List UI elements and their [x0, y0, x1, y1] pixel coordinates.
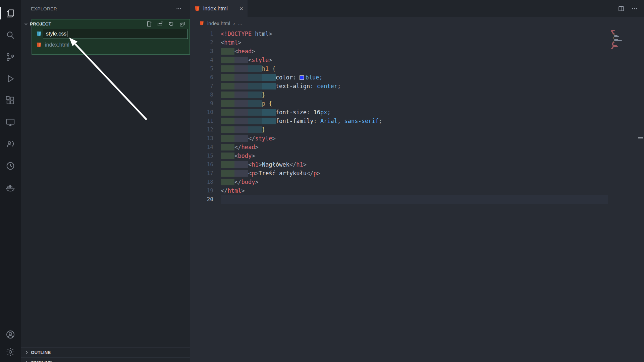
chevron-down-icon: [23, 21, 29, 26]
line-number: 16: [190, 160, 221, 169]
line-number: 6: [190, 73, 221, 82]
explorer-icon[interactable]: [0, 2, 21, 24]
activity-bar-bottom: [0, 326, 21, 361]
line-number: 3: [190, 47, 221, 56]
line-number: 15: [190, 152, 221, 160]
account-icon[interactable]: [0, 326, 21, 343]
text-caret: [67, 31, 67, 37]
code-line[interactable]: 3 <head>: [190, 47, 644, 56]
code-line[interactable]: 9 p {: [190, 99, 644, 108]
extensions-icon[interactable]: [0, 89, 21, 111]
code-line[interactable]: 4 <style>: [190, 56, 644, 64]
code-line[interactable]: 16 <h1>Nagłówek</h1>: [190, 160, 644, 169]
line-number: 11: [190, 117, 221, 125]
code-line[interactable]: 17 <p>Treść artykułu</p>: [190, 169, 644, 178]
timeline-label: TIMELINE: [31, 360, 52, 362]
line-number: 7: [190, 82, 221, 90]
docker-icon[interactable]: [0, 177, 21, 198]
source-control-icon[interactable]: [0, 46, 21, 68]
search-icon[interactable]: [0, 24, 21, 46]
code-line[interactable]: 6 color: blue;: [190, 73, 644, 82]
explorer-more-actions-icon[interactable]: [176, 6, 182, 12]
tab-label: index.html: [203, 6, 228, 12]
explorer-title: EXPLORER: [31, 6, 57, 11]
new-file-name-text: style.css: [46, 31, 66, 37]
code-line[interactable]: 14 </head>: [190, 143, 644, 152]
new-file-icon[interactable]: [146, 21, 152, 27]
settings-gear-icon[interactable]: [0, 343, 21, 361]
timeline-section[interactable]: TIMELINE: [21, 357, 190, 362]
new-folder-icon[interactable]: [157, 21, 163, 27]
code-line[interactable]: 5 h1 {: [190, 64, 644, 73]
outline-label: OUTLINE: [31, 350, 51, 355]
split-editor-icon[interactable]: [618, 5, 625, 12]
code-line[interactable]: 15 <body>: [190, 152, 644, 160]
html-file-icon: [36, 42, 42, 48]
code-line[interactable]: 2<html>: [190, 38, 644, 47]
line-number: 9: [190, 99, 221, 108]
code-line[interactable]: 11 font-family: Arial, sans-serif;: [190, 117, 644, 125]
tab-index-html[interactable]: index.html ×: [190, 0, 248, 17]
breadcrumb-ellipsis[interactable]: ...: [238, 20, 242, 26]
tab-bar: index.html ×: [190, 0, 644, 17]
line-number: 12: [190, 125, 221, 134]
chevron-right-icon: [24, 350, 29, 355]
new-file-name-input[interactable]: style.css: [43, 29, 188, 39]
chevron-right-icon: [24, 360, 29, 362]
line-number: 8: [190, 90, 221, 99]
line-number: 2: [190, 38, 221, 47]
remote-explorer-icon[interactable]: [0, 111, 21, 133]
new-file-row: style.css: [21, 29, 190, 39]
code-line[interactable]: 12 }: [190, 125, 644, 134]
line-number: 18: [190, 178, 221, 186]
breadcrumb-separator: ›: [233, 20, 235, 26]
run-debug-icon[interactable]: [0, 68, 21, 89]
html-file-icon: [194, 6, 200, 12]
code-line[interactable]: 8 }: [190, 90, 644, 99]
editor-area: index.html × index.html › ... 1<!DOCTYPE…: [190, 0, 644, 362]
sidebar-title-row: EXPLORER: [21, 0, 190, 17]
code-line[interactable]: 10 font-size: 16px;: [190, 108, 644, 117]
line-number: 19: [190, 186, 221, 195]
breadcrumb-file[interactable]: index.html: [207, 20, 230, 26]
line-number: 4: [190, 56, 221, 64]
line-number: 1: [190, 29, 221, 38]
code-line[interactable]: 18 </body>: [190, 178, 644, 186]
project-label: PROJECT: [30, 21, 51, 26]
code-line[interactable]: 20: [190, 195, 644, 204]
outline-section[interactable]: OUTLINE: [21, 347, 190, 357]
minimap[interactable]: [611, 30, 623, 50]
line-number: 20: [190, 195, 221, 204]
project-section-header[interactable]: PROJECT: [21, 19, 190, 28]
color-swatch[interactable]: [300, 75, 304, 80]
more-actions-icon[interactable]: [631, 5, 638, 12]
overview-ruler-mark: [638, 137, 643, 138]
editor-actions: [618, 0, 644, 17]
code-line[interactable]: 1<!DOCTYPE html>: [190, 29, 644, 38]
code-line[interactable]: 13 </style>: [190, 134, 644, 143]
explorer-sidebar: EXPLORER PROJECT: [21, 0, 190, 362]
current-line-highlight: [221, 195, 608, 204]
html-file-icon: [199, 21, 204, 26]
line-number: 17: [190, 169, 221, 178]
close-tab-icon[interactable]: ×: [239, 5, 243, 12]
line-number: 13: [190, 134, 221, 143]
code-line[interactable]: 19</html>: [190, 186, 644, 195]
collapse-all-icon[interactable]: [179, 21, 185, 27]
history-clock-icon[interactable]: [0, 155, 21, 177]
live-share-icon[interactable]: [0, 133, 21, 155]
line-number: 5: [190, 64, 221, 73]
breadcrumbs[interactable]: index.html › ...: [190, 17, 644, 29]
file-label: index.html: [45, 42, 69, 48]
code-lines: 1<!DOCTYPE html>2<html>3 <head>4 <style>…: [190, 29, 644, 204]
code-line[interactable]: 7 text-align: center;: [190, 82, 644, 90]
project-actions: [146, 21, 190, 27]
file-item-index-html[interactable]: index.html: [21, 40, 190, 49]
vscode-window: EXPLORER PROJECT: [0, 0, 644, 362]
css-file-icon: [36, 31, 42, 37]
line-number: 10: [190, 108, 221, 117]
refresh-icon[interactable]: [168, 21, 174, 27]
line-number: 14: [190, 143, 221, 152]
code-editor[interactable]: 1<!DOCTYPE html>2<html>3 <head>4 <style>…: [190, 29, 644, 362]
activity-bar: [0, 0, 21, 362]
